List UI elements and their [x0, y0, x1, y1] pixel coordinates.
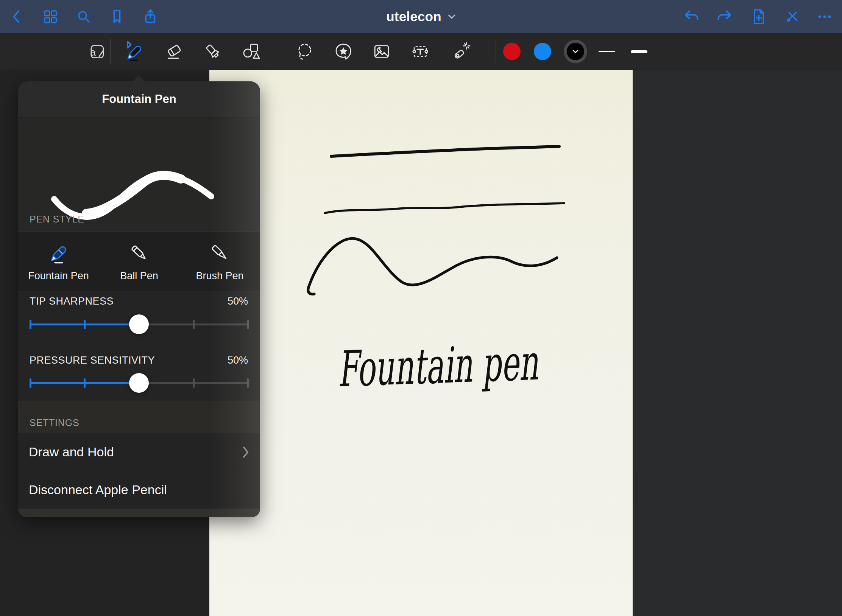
- slider-tick-75: [193, 378, 195, 388]
- search-icon: [76, 9, 92, 25]
- bookmark-icon: [109, 9, 125, 25]
- settings-section-label: SETTINGS: [30, 417, 79, 428]
- text-tool[interactable]: [408, 39, 432, 64]
- photo-icon: [371, 41, 392, 62]
- highlighter-tool[interactable]: [201, 39, 225, 64]
- chevron-down-icon: [448, 14, 456, 20]
- laser-pointer-icon: [451, 41, 471, 62]
- slider-tick-75: [193, 320, 195, 329]
- lasso-tool[interactable]: [293, 39, 317, 64]
- pen-style-label: Ball Pen: [120, 270, 158, 282]
- eraser-tool[interactable]: [162, 39, 186, 64]
- pen-style-label: Fountain Pen: [28, 270, 89, 282]
- editing-toolbar: a: [0, 33, 842, 70]
- shapes-tool[interactable]: [239, 39, 263, 64]
- back-chevron-icon: [9, 8, 25, 25]
- thickness-medium[interactable]: [628, 43, 650, 60]
- document-title: utelecon: [386, 9, 441, 24]
- ellipsis-icon: [816, 9, 833, 25]
- back-button[interactable]: [7, 7, 27, 26]
- notebook-page[interactable]: Fountain pen: [209, 70, 633, 616]
- chevron-down-icon: [572, 49, 579, 54]
- fountain-pen-tool-icon: [124, 41, 145, 62]
- bluetooth-icon: [128, 41, 131, 48]
- pen-style-label: Brush Pen: [196, 270, 243, 282]
- pressure-sensitivity-slider[interactable]: [30, 373, 248, 393]
- stroke-line-1: [331, 146, 559, 156]
- document-title-menu[interactable]: utelecon: [386, 0, 456, 33]
- slider-tick-100: [247, 378, 249, 388]
- handwriting-text: Fountain pen: [337, 334, 539, 398]
- ink-strokes: Fountain pen: [209, 70, 633, 616]
- draw-and-hold-row[interactable]: Draw and Hold: [18, 433, 260, 471]
- page-grid-icon: [42, 9, 58, 25]
- eraser-icon: [164, 41, 184, 62]
- photo-tool[interactable]: [370, 39, 394, 64]
- pen-style-section-label: PEN STYLE: [30, 214, 84, 225]
- slider-tick-25: [84, 378, 86, 388]
- add-page-icon: [751, 8, 767, 25]
- stickers-tool[interactable]: [331, 39, 356, 64]
- stroke-wave: [308, 238, 557, 294]
- slider-tick-100: [247, 320, 249, 329]
- pen-style-brush-pen[interactable]: Brush Pen: [179, 232, 260, 291]
- slider-thumb[interactable]: [129, 373, 149, 393]
- tip-sharpness-label: TIP SHARPNESS: [30, 296, 114, 307]
- share-button[interactable]: [140, 7, 160, 26]
- draw-and-hold-label: Draw and Hold: [29, 445, 114, 459]
- svg-text:a: a: [90, 47, 96, 58]
- undo-button[interactable]: [682, 7, 702, 26]
- color-swatch-red[interactable]: [503, 43, 521, 60]
- pen-style-fountain-pen[interactable]: Fountain Pen: [18, 232, 99, 291]
- stroke-line-2: [325, 203, 564, 213]
- ball-pen-style-icon: [128, 241, 151, 265]
- goodnotes-app: utelecon a: [0, 0, 842, 616]
- pressure-sensitivity-label: PRESSURE SENSITIVITY: [30, 355, 155, 366]
- tip-sharpness-slider[interactable]: [30, 314, 248, 334]
- thumbnails-button[interactable]: [41, 7, 60, 26]
- popover-header: Fountain Pen: [18, 81, 260, 117]
- disconnect-apple-pencil-row[interactable]: Disconnect Apple Pencil: [18, 471, 260, 509]
- fountain-pen-popover: Fountain Pen PEN STYLE Fountain Pen: [18, 81, 260, 517]
- top-navigation-bar: utelecon: [0, 0, 842, 33]
- popover-title: Fountain Pen: [102, 92, 176, 106]
- text-box-icon: [410, 41, 430, 62]
- chevron-right-icon: [242, 446, 249, 458]
- color-swatch-black-selected[interactable]: [567, 43, 584, 60]
- text-recognition-tool[interactable]: a: [84, 39, 109, 64]
- more-options-button[interactable]: [815, 7, 834, 26]
- thickness-thin[interactable]: [596, 43, 618, 60]
- lasso-icon: [295, 41, 315, 62]
- stop-editing-button[interactable]: [782, 7, 802, 26]
- search-button[interactable]: [74, 7, 94, 26]
- highlighter-icon: [203, 41, 223, 62]
- pen-style-options: Fountain Pen Ball Pen: [18, 232, 260, 291]
- pen-tool-selected[interactable]: [122, 39, 147, 64]
- share-icon: [142, 9, 158, 25]
- slider-tick-25: [84, 320, 86, 329]
- bookmark-button[interactable]: [107, 7, 127, 26]
- redo-button[interactable]: [714, 7, 734, 26]
- redo-icon: [716, 9, 733, 24]
- shapes-icon: [241, 41, 261, 62]
- stickers-icon: [333, 41, 354, 62]
- color-swatch-blue[interactable]: [534, 43, 551, 60]
- toolbar-divider: [496, 39, 496, 64]
- slider-thumb[interactable]: [129, 314, 149, 334]
- popover-bottom-strip: [18, 509, 260, 517]
- undo-icon: [683, 9, 700, 24]
- slider-tick-0: [30, 320, 31, 329]
- slider-tick-0: [30, 378, 31, 388]
- text-recognition-icon: a: [87, 42, 106, 61]
- toolbar-divider: [110, 39, 111, 64]
- pencil-slash-icon: [784, 9, 800, 25]
- fountain-pen-style-icon: [47, 241, 70, 265]
- settings-section-band: SETTINGS: [18, 401, 260, 433]
- pen-style-ball-pen[interactable]: Ball Pen: [99, 232, 179, 291]
- disconnect-apple-pencil-label: Disconnect Apple Pencil: [29, 482, 167, 497]
- pressure-sensitivity-value: 50%: [228, 355, 248, 366]
- brush-pen-style-icon: [208, 241, 232, 265]
- add-page-button[interactable]: [749, 7, 769, 26]
- laser-pointer-tool[interactable]: [449, 39, 473, 64]
- canvas-background-right: [633, 70, 842, 616]
